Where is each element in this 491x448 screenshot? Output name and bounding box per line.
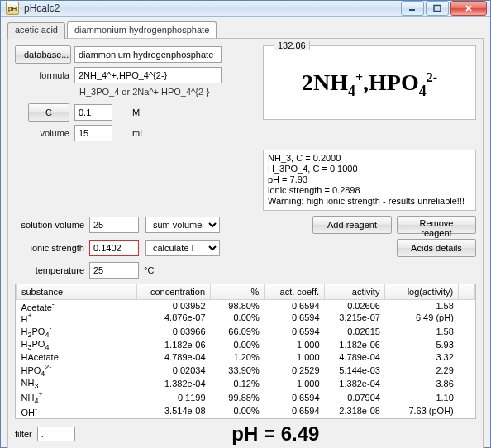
table-row[interactable]: OH-3.514e-080.00%0.65942.318e-087.63 (pO… — [17, 405, 475, 417]
concentration-button[interactable]: C — [28, 103, 69, 122]
reagent-panel: database... formula H_3PO_4 or 2Na^+,HPO… — [7, 38, 484, 448]
filter-input[interactable] — [37, 427, 75, 441]
ionic-mode-select[interactable]: calculate I — [145, 240, 220, 256]
col-act-coeff-[interactable]: act. coeff. — [265, 284, 325, 299]
col-activity[interactable]: activity — [325, 284, 385, 299]
species-table[interactable]: substanceconcentration%act. coeff.activi… — [15, 284, 476, 419]
table-row[interactable]: NH31.382e-040.12%1.0001.382e-043.86 — [17, 378, 475, 390]
vol-unit: mL — [132, 128, 145, 138]
database-button[interactable]: database... — [15, 45, 71, 64]
formula-input[interactable] — [74, 67, 222, 83]
close-button[interactable] — [450, 1, 487, 16]
col--log-activity-[interactable]: -log(activity) — [385, 284, 459, 299]
col--[interactable]: % — [211, 284, 265, 299]
concentration-input[interactable] — [74, 104, 112, 121]
temperature-label: temperature — [15, 265, 89, 275]
table-row[interactable]: NH4+0.119999.88%0.65940.079041.10 — [17, 390, 475, 405]
acids-details-button[interactable]: Acids details — [397, 239, 476, 257]
table-row[interactable]: H+4.876e-070.00%0.65943.215e-076.49 (pH) — [17, 312, 475, 324]
ph-display: pH = 6.49 — [75, 422, 476, 446]
molecular-weight: 132.06 — [274, 41, 310, 50]
table-row[interactable]: Acetate-0.0395298.80%0.65940.026061.58 — [17, 299, 475, 312]
add-reagent-button[interactable]: Add reagent — [312, 216, 392, 234]
ionic-strength-label: ionic strength — [15, 243, 89, 253]
table-row[interactable]: H3PO41.182e-060.00%1.0001.182e-065.93 — [17, 339, 475, 351]
app-window: pH pHcalc2 acetic acid diammonium hydrog… — [0, 0, 491, 448]
formula-display: 132.06 2NH4+,HPO42- — [263, 45, 476, 120]
reagent-tabs: acetic acid diammonium hydrogenphosphate — [7, 21, 484, 38]
tab-diammonium-hydrogenphosphate[interactable]: diammonium hydrogenphosphate — [67, 21, 217, 38]
remove-reagent-button[interactable]: Remove reagent — [397, 216, 476, 234]
conc-unit: M — [132, 107, 140, 117]
ionic-strength-input[interactable] — [89, 240, 139, 256]
volume-mode-select[interactable]: sum volumes — [145, 217, 220, 233]
volume-label: volume — [15, 128, 74, 138]
formula-hint: H_3PO_4 or 2Na^+,HPO_4^{2-} — [79, 87, 255, 97]
table-row[interactable]: HPO42-0.0203433.90%0.25295.144e-032.29 — [17, 363, 475, 378]
minimize-button[interactable] — [401, 1, 424, 16]
titlebar[interactable]: pH pHcalc2 — [1, 1, 490, 17]
col-substance[interactable]: substance — [17, 284, 137, 299]
table-row[interactable]: HAcetate4.789e-041.20%1.0004.789e-043.32 — [17, 351, 475, 363]
window-title: pHcalc2 — [24, 2, 401, 14]
formula-label: formula — [15, 70, 74, 80]
temperature-input[interactable] — [89, 262, 139, 279]
reagent-name-input[interactable] — [74, 46, 222, 63]
solution-volume-input[interactable] — [89, 217, 139, 233]
table-row[interactable]: H2PO4-0.0396666.09%0.65940.026151.58 — [17, 324, 475, 339]
maximize-button[interactable] — [426, 1, 449, 16]
table-row[interactable]: PO43-1.396e-070.00%0.051187.146e-098.15 — [17, 417, 475, 419]
tab-acetic-acid[interactable]: acetic acid — [7, 22, 65, 39]
app-icon: pH — [6, 2, 19, 15]
volume-input[interactable] — [74, 125, 112, 141]
svg-rect-1 — [434, 6, 441, 12]
results-text: NH_3, C = 0.2000H_3PO_4, C = 0.1000pH = … — [263, 150, 476, 211]
solution-volume-label: solution volume — [15, 220, 89, 230]
filter-label: filter — [15, 429, 32, 439]
col-concentration[interactable]: concentration — [136, 284, 210, 299]
temp-unit: °C — [144, 265, 154, 275]
